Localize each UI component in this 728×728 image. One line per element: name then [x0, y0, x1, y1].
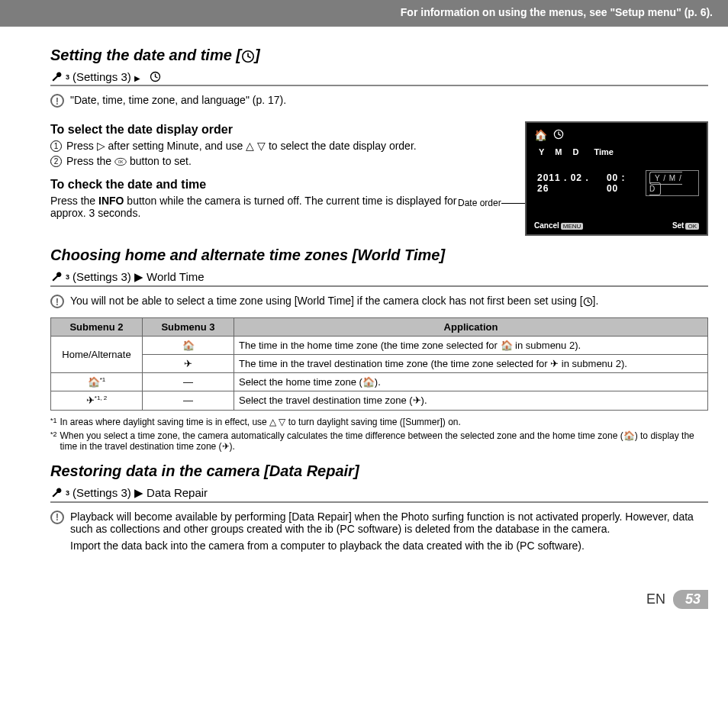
lcd-set: Set [672, 221, 685, 230]
footnote-1: *1In areas where daylight saving time is… [50, 417, 708, 427]
wrench-icon [50, 487, 63, 499]
th-submenu3: Submenu 3 [143, 318, 234, 337]
subhead-date-order: To select the date display order [50, 123, 479, 137]
footnote-2: *2When you select a time zone, the camer… [50, 430, 708, 452]
footer-page-number: 53 [673, 590, 708, 609]
cell-select-home: Select the home time zone (🏠). [234, 373, 708, 391]
caution-icon: ! [50, 94, 64, 108]
section-title-datetime: Setting the date and time [] [50, 47, 708, 64]
cell-plane-icon: ✈ [143, 355, 234, 373]
clock-icon [583, 297, 593, 307]
th-submenu2: Submenu 2 [51, 318, 143, 337]
footer-lang: EN [646, 591, 665, 607]
section-title-worldtime: Choosing home and alternate time zones [… [50, 246, 708, 264]
step-2: 2 Press the OK button to set. [50, 155, 479, 167]
breadcrumb-datarepair: 3 (Settings 3) ▶ Data Repair [50, 486, 708, 500]
ok-button-icon: OK [114, 157, 127, 166]
svg-text:OK: OK [118, 160, 124, 164]
header-note: For information on using the menus, see … [401, 6, 713, 18]
cell-home-alternate: Home/Alternate [51, 337, 143, 373]
clock-icon [150, 71, 161, 82]
note-datetime-ref: ! "Date, time, time zone, and language" … [50, 94, 708, 108]
check-time-body: Press the INFO button while the camera i… [50, 195, 479, 219]
lcd-cancel: Cancel [534, 221, 559, 230]
wrench-icon [50, 271, 63, 283]
section-title-datarepair: Restoring data in the camera [Data Repai… [50, 462, 708, 480]
cell-plane-fn: ✈*1, 2 [51, 391, 143, 410]
lcd-time: 00 : 00 [607, 172, 639, 194]
breadcrumb-datetime: 3 (Settings 3) [50, 70, 708, 83]
lcd-date: 2011 . 02 . 26 [537, 172, 602, 194]
step-1: 1Press ▷ after setting Minute, and use △… [50, 140, 479, 152]
home-icon: 🏠 [534, 129, 547, 141]
caution-icon: ! [50, 511, 64, 524]
lcd-format-button: Y / M / D [649, 172, 682, 195]
clock-icon [241, 50, 255, 63]
cell-app-home: The time in the home time zone (the time… [234, 337, 708, 355]
note-worldtime: ! You will not be able to select a time … [50, 295, 708, 308]
lcd-screen: 🏠 Y M D Time 2011 . 02 . 26 00 : 00 Y / … [525, 121, 708, 236]
cell-home-icon: 🏠 [143, 337, 234, 355]
cell-app-travel: The time in the travel destination time … [234, 355, 708, 373]
header-bar: For information on using the menus, see … [0, 0, 728, 27]
chevron-right-icon [134, 70, 140, 83]
th-application: Application [234, 318, 708, 337]
cell-select-travel: Select the travel destination time zone … [234, 391, 708, 410]
cell-home-fn: 🏠*1 [51, 373, 143, 391]
breadcrumb-worldtime: 3 (Settings 3) ▶ World Time [50, 270, 708, 284]
note-datarepair: ! Playback will become available by perf… [50, 511, 708, 552]
subhead-check-time: To check the date and time [50, 178, 479, 192]
caution-icon: ! [50, 295, 64, 308]
worldtime-table: Submenu 2 Submenu 3 Application Home/Alt… [50, 317, 708, 411]
wrench-icon [50, 71, 63, 83]
page-content: Setting the date and time [] 3 (Settings… [0, 27, 728, 609]
page-footer: EN 53 [50, 590, 708, 609]
clock-icon [553, 129, 564, 140]
